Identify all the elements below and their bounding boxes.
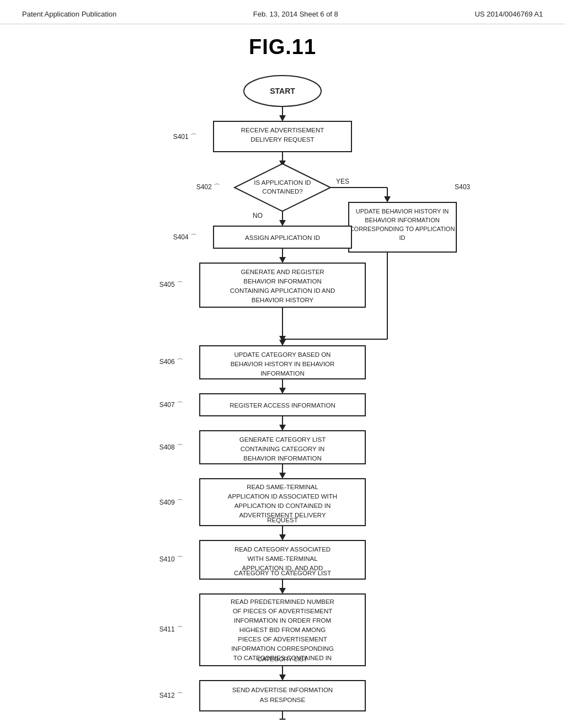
svg-text:CATEGORY LIST: CATEGORY LIST [258,656,308,662]
s402-label: S402 ⌒ [196,183,220,191]
flowchart-svg: START RECEIVE ADVERTISEMENT DELIVERY REQ… [89,69,476,720]
header-left: Patent Application Publication [22,10,116,18]
svg-text:ID: ID [399,234,406,241]
svg-marker-65 [279,675,286,681]
svg-marker-11 [384,196,391,202]
s407-text: REGISTER ACCESS INFORMATION [230,402,335,409]
svg-text:PIECES OF ADVERTISEMENT: PIECES OF ADVERTISEMENT [238,636,327,643]
s403-label: S403 [455,183,470,191]
s401-label: S401 ⌒ [173,133,197,141]
s408-label: S408 ⌒ [159,443,183,451]
svg-text:CONTAINING CATEGORY IN: CONTAINING CATEGORY IN [241,446,325,452]
svg-marker-42 [279,473,286,479]
page-header: Patent Application Publication Feb. 13, … [0,0,565,24]
svg-text:INFORMATION CORRESPONDING: INFORMATION CORRESPONDING [231,645,334,652]
s402-text: IS APPLICATION ID [254,179,311,186]
svg-text:APPLICATION ID CONTAINED IN: APPLICATION ID CONTAINED IN [234,502,331,509]
figure-title: FIG.11 [249,35,316,59]
yes-label: YES [336,178,349,185]
s407-label: S407 ⌒ [159,401,183,409]
s403-line1: UPDATE BEHAVIOR HISTORY IN [356,208,449,215]
svg-text:REQUEST: REQUEST [267,517,298,523]
header-right: US 2014/0046769 A1 [475,10,543,18]
svg-text:CONTAINED?: CONTAINED? [262,188,302,195]
s411-text: READ PREDETERMINED NUMBER [231,598,334,605]
svg-text:CORRESPONDING TO APPLICATION: CORRESPONDING TO APPLICATION [350,226,455,232]
svg-text:DELIVERY REQUEST: DELIVERY REQUEST [250,136,314,143]
svg-text:BEHAVIOR HISTORY: BEHAVIOR HISTORY [252,297,314,303]
svg-text:BEHAVIOR INFORMATION: BEHAVIOR INFORMATION [243,278,321,285]
svg-text:INFORMATION IN ORDER FROM: INFORMATION IN ORDER FROM [234,617,331,624]
svg-text:OF PIECES OF ADVERTISEMENT: OF PIECES OF ADVERTISEMENT [233,608,333,614]
s410-label: S410 ⌒ [159,555,183,563]
s405-label: S405 ⌒ [159,281,183,288]
s410-text: READ CATEGORY ASSOCIATED [234,546,331,553]
svg-rect-66 [200,681,365,711]
svg-text:HIGHEST BID FROM AMONG: HIGHEST BID FROM AMONG [239,627,326,633]
s405-text: GENERATE AND REGISTER [241,269,324,275]
s409-label: S409 ⌒ [159,499,183,506]
svg-text:INFORMATION: INFORMATION [260,370,305,377]
header-center: Feb. 13, 2014 Sheet 6 of 8 [253,10,338,18]
s406-label: S406 ⌒ [159,358,183,366]
svg-text:CONTAINING APPLICATION ID AND: CONTAINING APPLICATION ID AND [230,287,335,294]
s404-text: ASSIGN APPLICATION ID [245,234,320,241]
s411-label: S411 ⌒ [159,625,183,633]
svg-text:CATEGORY TO CATEGORY LIST: CATEGORY TO CATEGORY LIST [234,570,331,576]
svg-text:BEHAVIOR INFORMATION: BEHAVIOR INFORMATION [365,217,439,223]
s408-text: GENERATE CATEGORY LIST [239,436,326,443]
s401-text: RECEIVE ADVERTISEMENT [241,127,324,133]
svg-marker-34 [279,388,286,394]
start-label: START [270,87,295,95]
svg-marker-49 [279,534,286,540]
svg-text:BEHAVIOR HISTORY IN BEHAVIOR: BEHAVIOR HISTORY IN BEHAVIOR [231,361,335,367]
svg-text:APPLICATION ID ASSOCIATED WITH: APPLICATION ID ASSOCIATED WITH [228,493,337,500]
svg-text:BEHAVIOR INFORMATION: BEHAVIOR INFORMATION [243,455,321,462]
svg-text:WITH SAME-TERMINAL: WITH SAME-TERMINAL [247,555,318,562]
svg-marker-37 [279,425,286,431]
svg-text:AS RESPONSE: AS RESPONSE [260,697,306,703]
svg-marker-29 [279,340,286,346]
svg-marker-20 [279,220,286,226]
no-label: NO [253,212,263,220]
svg-marker-7 [234,164,331,211]
s412-text: SEND ADVERTISE INFORMATION [232,687,333,693]
svg-marker-55 [279,588,286,594]
s406-text: UPDATE CATEGORY BASED ON [234,351,331,358]
s404-label: S404 ⌒ [173,233,197,241]
svg-marker-69 [279,719,286,720]
svg-marker-2 [279,115,286,121]
svg-marker-23 [279,257,286,263]
s412-label: S412 ⌒ [159,692,183,699]
main-content: FIG.11 START RECEIVE ADVERTISEMENT DELIV… [0,24,565,728]
s409-text: READ SAME-TERMINAL [247,484,318,490]
